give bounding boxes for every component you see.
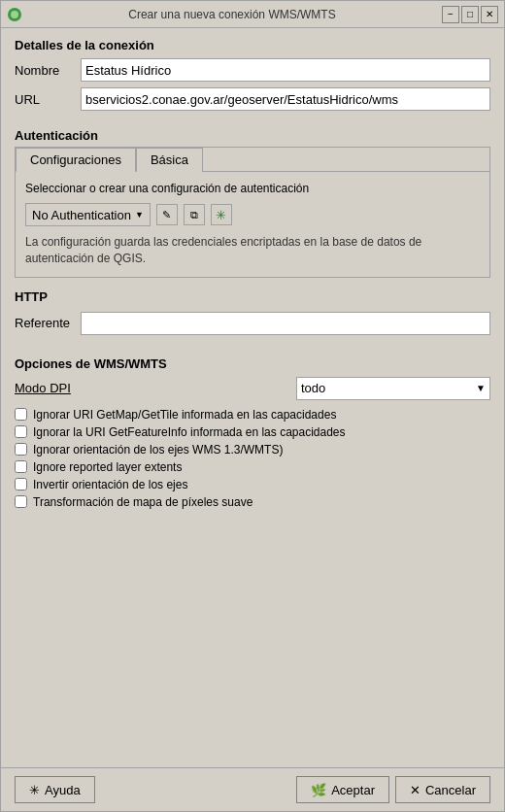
checkbox-label-cb4: Ignore reported layer extents — [33, 460, 182, 474]
wms-options-content: Modo DPI todo ▼ Ignorar URI GetMap/GetTi… — [15, 377, 490, 509]
url-input[interactable] — [81, 87, 490, 111]
minimize-button[interactable]: − — [442, 6, 459, 23]
svg-point-1 — [11, 11, 18, 18]
http-section: HTTP Referente — [15, 289, 490, 345]
checkbox-cb5[interactable] — [15, 478, 27, 491]
auth-tabs: Configuraciones Básica — [16, 148, 489, 172]
auth-select-row: No Authentication ▼ ✎ ⧉ ✳ — [25, 203, 480, 226]
authentication-section: Autenticación Configuraciones Básica Sel… — [15, 128, 490, 278]
referente-row: Referente — [15, 312, 490, 335]
url-row: URL — [15, 87, 490, 111]
footer-right-buttons: 🌿 Aceptar ✕ Cancelar — [296, 776, 490, 803]
checkbox-row: Ignorar orientación de los ejes WMS 1.3/… — [15, 443, 490, 457]
auth-box: Configuraciones Básica Seleccionar o cre… — [15, 147, 490, 278]
checkbox-row: Ignorar URI GetMap/GetTile informada en … — [15, 408, 490, 422]
dpi-label: Modo DPI — [15, 381, 71, 395]
auth-dropdown-value: No Authentication — [32, 208, 131, 222]
aceptar-label: Aceptar — [331, 783, 375, 797]
maximize-button[interactable]: □ — [461, 6, 479, 23]
nombre-row: Nombre — [15, 58, 490, 82]
connection-details-section: Detalles de la conexión Nombre URL — [15, 38, 490, 117]
checkbox-cb6[interactable] — [15, 495, 27, 508]
tab-basica[interactable]: Básica — [136, 148, 203, 172]
copy-icon: ⧉ — [190, 209, 198, 221]
help-icon: ✳ — [29, 783, 40, 797]
http-label: HTTP — [15, 289, 490, 304]
cancelar-label: Cancelar — [425, 783, 476, 797]
auth-info-text: La configuración guarda las credenciales… — [25, 234, 480, 267]
window-title: Crear una nueva conexión WMS/WMTS — [22, 8, 442, 21]
auth-select-label: Seleccionar o crear una configuración de… — [25, 182, 480, 195]
add-icon: ✳ — [216, 208, 226, 222]
ayuda-label: Ayuda — [45, 783, 81, 797]
content-area: Detalles de la conexión Nombre URL Auten… — [1, 28, 504, 767]
checkbox-row: Ignorar la URI GetFeatureInfo informada … — [15, 425, 490, 439]
titlebar: Crear una nueva conexión WMS/WMTS − □ ✕ — [1, 1, 504, 28]
nombre-input[interactable] — [81, 58, 490, 82]
tab-content-configuraciones: Seleccionar o crear una configuración de… — [16, 172, 489, 277]
url-label: URL — [15, 92, 73, 107]
nombre-label: Nombre — [15, 63, 73, 78]
edit-icon: ✎ — [162, 209, 171, 221]
checkboxes-container: Ignorar URI GetMap/GetTile informada en … — [15, 408, 490, 509]
http-box: Referente — [15, 308, 490, 345]
tab-configuraciones[interactable]: Configuraciones — [16, 148, 136, 172]
dpi-value: todo — [301, 381, 325, 395]
auth-edit-button[interactable]: ✎ — [156, 204, 178, 225]
authentication-label: Autenticación — [15, 128, 490, 143]
cancelar-button[interactable]: ✕ Cancelar — [395, 776, 490, 803]
titlebar-controls: − □ ✕ — [442, 6, 498, 23]
cancelar-icon: ✕ — [410, 783, 421, 797]
referente-label: Referente — [15, 316, 73, 330]
main-window: Crear una nueva conexión WMS/WMTS − □ ✕ … — [0, 0, 505, 812]
wms-options-section: Opciones de WMS/WMTS Modo DPI todo ▼ Ign… — [15, 356, 490, 513]
connection-details-label: Detalles de la conexión — [15, 38, 490, 52]
close-button[interactable]: ✕ — [481, 6, 498, 23]
checkbox-cb4[interactable] — [15, 460, 27, 473]
auth-dropdown[interactable]: No Authentication ▼ — [25, 203, 151, 226]
checkbox-cb2[interactable] — [15, 425, 27, 438]
checkbox-cb1[interactable] — [15, 408, 27, 421]
footer: ✳ Ayuda 🌿 Aceptar ✕ Cancelar — [1, 767, 504, 811]
checkbox-label-cb1: Ignorar URI GetMap/GetTile informada en … — [33, 408, 336, 422]
checkbox-label-cb6: Transformación de mapa de píxeles suave — [33, 495, 252, 509]
checkbox-label-cb2: Ignorar la URI GetFeatureInfo informada … — [33, 425, 346, 439]
aceptar-button[interactable]: 🌿 Aceptar — [296, 776, 389, 803]
checkbox-label-cb3: Ignorar orientación de los ejes WMS 1.3/… — [33, 443, 283, 457]
dpi-row: Modo DPI todo ▼ — [15, 377, 490, 400]
checkbox-row: Invertir orientación de los ejes — [15, 478, 490, 491]
aceptar-icon: 🌿 — [311, 783, 326, 797]
referente-input[interactable] — [81, 312, 490, 335]
ayuda-button[interactable]: ✳ Ayuda — [15, 776, 95, 803]
dropdown-arrow-icon: ▼ — [135, 210, 144, 220]
checkbox-label-cb5: Invertir orientación de los ejes — [33, 478, 187, 491]
auth-copy-button[interactable]: ⧉ — [184, 204, 205, 225]
checkbox-row: Transformación de mapa de píxeles suave — [15, 495, 490, 509]
app-icon — [7, 7, 22, 22]
dpi-select[interactable]: todo ▼ — [296, 377, 490, 400]
titlebar-left — [7, 7, 22, 22]
checkbox-row: Ignore reported layer extents — [15, 460, 490, 474]
wms-options-label: Opciones de WMS/WMTS — [15, 356, 490, 371]
dpi-dropdown-arrow-icon: ▼ — [476, 383, 486, 393]
auth-add-button[interactable]: ✳ — [211, 204, 232, 225]
checkbox-cb3[interactable] — [15, 443, 27, 456]
